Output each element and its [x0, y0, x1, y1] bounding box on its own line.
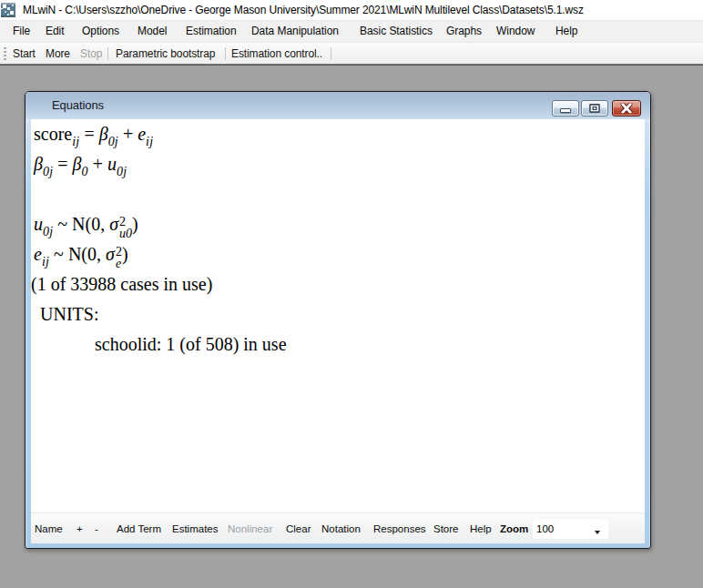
nonlinear-button: Nonlinear [228, 519, 272, 539]
toolbar-separator [225, 47, 226, 60]
math-segment: ij [42, 255, 49, 269]
restore-button[interactable] [581, 100, 608, 117]
add-term-button[interactable]: Add Term [117, 519, 161, 539]
start-button[interactable]: Start [13, 43, 36, 65]
menubar: File Edit Options Model Estimation Data … [0, 21, 703, 42]
math-segment: e [138, 124, 146, 144]
main-toolbar: Start More Stop Parametric bootstrap Est… [0, 42, 703, 66]
math-segment: ~ N(0, [49, 244, 106, 264]
help-button[interactable]: Help [470, 519, 492, 539]
close-icon [621, 104, 633, 114]
math-segment: = [79, 124, 98, 144]
equation-line: UNITS: [31, 299, 645, 329]
parametric-bootstrap-button[interactable]: Parametric bootstrap [116, 43, 215, 65]
math-segment: ) [132, 214, 138, 234]
math-segment: β [99, 124, 108, 144]
equation-line: scoreij = β0j + eij [31, 119, 645, 149]
more-button[interactable]: More [46, 43, 70, 65]
math-segment: u [107, 154, 117, 174]
minimize-icon [560, 108, 571, 113]
equation-line: eij ~ N(0, σ2e) [31, 239, 645, 269]
math-segment: ~ N(0, [53, 214, 109, 234]
stop-button: Stop [80, 43, 102, 65]
zoom-value: 100 [536, 520, 554, 539]
equation-line: (1 of 33988 cases in use) [31, 269, 645, 299]
menu-graphs[interactable]: Graphs [446, 21, 482, 42]
zoom-label: Zoom [500, 519, 528, 539]
menu-help[interactable]: Help [555, 21, 577, 42]
menu-window[interactable]: Window [496, 21, 535, 42]
equations-toolbar: Name + - Add Term Estimates Nonlinear Cl… [31, 512, 645, 543]
math-segment: schoolid: 1 (of 508) in use [95, 334, 287, 354]
math-segment: ij [146, 135, 153, 148]
math-segment: 0j [108, 135, 118, 148]
toolbar-separator [107, 47, 108, 60]
equation-line: u0j ~ N(0, σ2u0) [31, 209, 645, 239]
equations-window: Equations [25, 91, 651, 549]
close-button[interactable] [612, 100, 641, 117]
math-segment: 0 [82, 165, 88, 178]
math-segment: score [34, 124, 72, 144]
math-segment: u [34, 214, 43, 234]
app-title: MLwiN - C:\Users\szzho\OneDrive - George… [23, 0, 584, 21]
menu-model[interactable]: Model [138, 21, 167, 42]
mdi-desktop: Equations [0, 66, 703, 588]
store-button[interactable]: Store [433, 519, 459, 539]
math-segment: ) [122, 244, 128, 264]
menu-file[interactable]: File [13, 21, 30, 42]
estimation-control-button[interactable]: Estimation control.. [231, 43, 322, 65]
mlwin-app-icon [1, 3, 15, 17]
zoom-combobox[interactable]: 100 [533, 520, 608, 539]
equations-titlebar[interactable]: Equations [25, 92, 650, 119]
math-segment: 2u0 [119, 216, 132, 239]
restore-icon [589, 104, 600, 113]
estimates-button[interactable]: Estimates [172, 519, 219, 539]
menu-edit[interactable]: Edit [46, 21, 64, 42]
math-segment: e [34, 244, 42, 264]
equation-line: schoolid: 1 (of 508) in use [31, 329, 645, 360]
equation-line [31, 179, 645, 209]
name-button[interactable]: Name [35, 519, 63, 539]
equations-display[interactable]: scoreij = β0j + eijβ0j = β0 + u0ju0j ~ N… [31, 119, 645, 512]
math-segment: β [34, 154, 43, 174]
responses-button[interactable]: Responses [373, 519, 426, 539]
math-segment: σ [106, 244, 115, 264]
clear-button[interactable]: Clear [286, 519, 311, 539]
window-controls [552, 100, 641, 117]
math-segment: β [73, 154, 82, 174]
toolbar-separator [331, 47, 331, 60]
equation-line: β0j = β0 + u0j [31, 149, 645, 179]
math-segment: 0j [43, 225, 53, 238]
math-segment: = [53, 154, 72, 174]
math-segment: + [118, 124, 138, 144]
math-segment: σ [109, 214, 118, 234]
equations-window-title: Equations [52, 92, 104, 119]
notation-button[interactable]: Notation [321, 519, 361, 539]
menu-data-manipulation[interactable]: Data Manipulation [251, 21, 339, 42]
combo-dropdown-icon [595, 531, 600, 534]
toolbar-grip[interactable] [4, 47, 6, 61]
math-segment: 0j [43, 165, 53, 178]
menu-options[interactable]: Options [82, 21, 119, 42]
minimize-button[interactable] [552, 100, 579, 117]
math-segment: 0j [117, 165, 127, 178]
menu-estimation[interactable]: Estimation [186, 21, 237, 42]
menu-basic-statistics[interactable]: Basic Statistics [360, 21, 433, 42]
plus-button[interactable]: + [76, 519, 83, 539]
math-segment: (1 of 33988 cases in use) [31, 274, 212, 294]
minus-button[interactable]: - [95, 519, 98, 539]
math-segment: + [88, 154, 107, 174]
equations-client-area: scoreij = β0j + eijβ0j = β0 + u0ju0j ~ N… [31, 119, 645, 543]
math-segment: UNITS: [40, 304, 98, 324]
math-segment: 2e [116, 246, 122, 269]
app-titlebar: MLwiN - C:\Users\szzho\OneDrive - George… [0, 0, 703, 21]
